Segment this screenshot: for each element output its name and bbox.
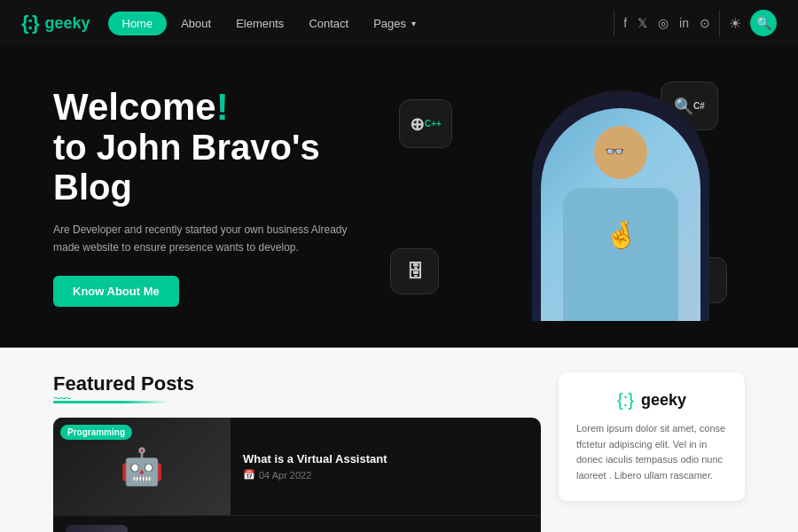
featured-post-1[interactable]: 🤖 Programming What is a Virtual Assistan… bbox=[53, 418, 541, 516]
main-content: Featured Posts 🤖 Programming What is a V… bbox=[0, 348, 798, 532]
nav-menu: Home About Elements Contact Pages ▾ bbox=[108, 12, 606, 35]
sidebar-widget: {:} geeky Lorem ipsum dolor sit amet, co… bbox=[559, 372, 745, 532]
post-1-date: 📅 04 Apr 2022 bbox=[243, 469, 528, 481]
hero-subtitle: to John Bravo's Blog bbox=[53, 128, 372, 207]
section-underline bbox=[53, 401, 168, 403]
facebook-icon[interactable]: f bbox=[623, 16, 627, 30]
featured-title: Featured Posts bbox=[53, 372, 541, 395]
widget-logo: {:} geeky bbox=[576, 390, 727, 411]
twitter-icon[interactable]: 𝕏 bbox=[638, 16, 647, 30]
nav-divider-1 bbox=[614, 10, 614, 36]
widget-logo-icon: {:} bbox=[617, 390, 634, 411]
db-badge: 🗄 bbox=[390, 248, 439, 294]
nav-item-about[interactable]: About bbox=[170, 12, 222, 35]
logo-text: geeky bbox=[44, 14, 90, 33]
widget-description: Lorem ipsum dolor sit amet, conse tfctet… bbox=[576, 421, 727, 483]
geeky-brand-widget: {:} geeky Lorem ipsum dolor sit amet, co… bbox=[559, 372, 745, 501]
person-body: 🤞 bbox=[563, 188, 678, 321]
search-button[interactable]: 🔍 bbox=[750, 10, 777, 36]
hero-person-image: 🤞 bbox=[532, 90, 709, 321]
nav-divider-2 bbox=[719, 10, 720, 36]
theme-toggle-icon[interactable]: ☀ bbox=[729, 15, 741, 32]
cpp-badge: ⊕ C++ bbox=[399, 99, 452, 148]
search-icon: 🔍 bbox=[756, 16, 771, 30]
person-head bbox=[594, 126, 647, 179]
social-links: f 𝕏 ◎ in ⊙ bbox=[623, 16, 710, 30]
nav-item-home[interactable]: Home bbox=[108, 12, 168, 35]
navbar: {:} geeky Home About Elements Contact Pa… bbox=[0, 0, 798, 46]
nav-item-pages[interactable]: Pages ▾ bbox=[363, 12, 426, 35]
post-tag: Programming bbox=[60, 425, 132, 440]
featured-posts-section: Featured Posts 🤖 Programming What is a V… bbox=[53, 372, 541, 532]
post-main-image: 🤖 Programming bbox=[53, 418, 231, 515]
know-about-me-button[interactable]: Know About Me bbox=[53, 276, 179, 307]
hero-section: Welcome! to John Bravo's Blog Are Develo… bbox=[0, 46, 798, 348]
post-1-content: What is a Virtual Assistant 📅 04 Apr 202… bbox=[231, 418, 541, 515]
instagram-icon[interactable]: ◎ bbox=[658, 16, 669, 30]
post-1-title: What is a Virtual Assistant bbox=[243, 452, 528, 466]
hero-title: Welcome! bbox=[53, 87, 372, 128]
featured-post-2[interactable]: 🏠 My work from home bbox=[53, 516, 541, 532]
widget-logo-text: geeky bbox=[641, 391, 686, 410]
nav-item-contact[interactable]: Contact bbox=[298, 12, 359, 35]
hero-description: Are Developer and recently started your … bbox=[53, 222, 355, 255]
person-silhouette: 🤞 bbox=[541, 108, 700, 321]
posts-card: 🤖 Programming What is a Virtual Assistan… bbox=[53, 418, 541, 532]
logo[interactable]: {:} geeky bbox=[21, 12, 90, 35]
linkedin-icon[interactable]: in bbox=[679, 16, 689, 30]
github-icon[interactable]: ⊙ bbox=[700, 16, 710, 30]
chevron-down-icon: ▾ bbox=[411, 19, 416, 28]
hero-visual: ⊕ C++ 🔍 C# 🗄 PHP 🤞 bbox=[372, 73, 745, 321]
post-2-thumb: 🏠 bbox=[66, 525, 128, 532]
nav-item-elements[interactable]: Elements bbox=[225, 12, 294, 35]
logo-icon: {:} bbox=[21, 12, 37, 35]
hero-content: Welcome! to John Bravo's Blog Are Develo… bbox=[53, 87, 372, 307]
